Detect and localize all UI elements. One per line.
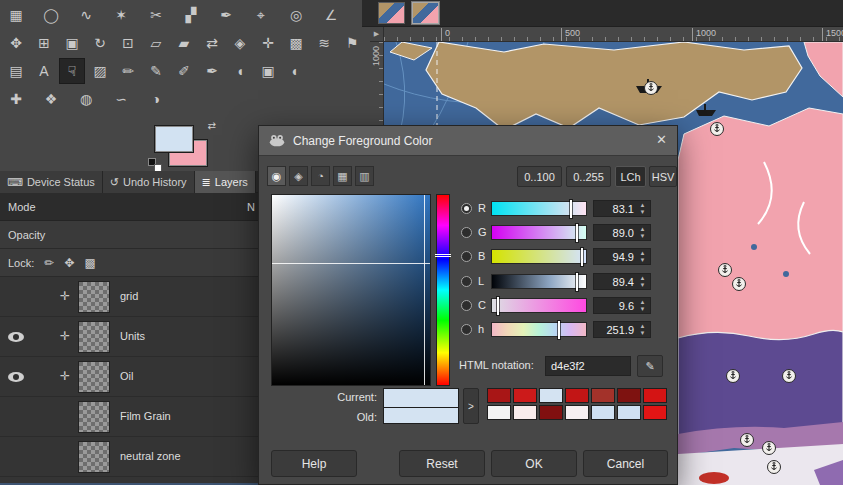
pencil-tool[interactable]: ✏ <box>115 58 141 84</box>
move-tool[interactable]: ✥ <box>3 30 29 56</box>
link-icon[interactable]: ✛ <box>60 369 70 383</box>
spinner-arrows-icon[interactable]: ▲▼ <box>636 249 649 264</box>
paintbrush-tool[interactable]: ✎ <box>143 58 169 84</box>
zoom-tool[interactable]: ◎ <box>283 2 309 28</box>
ruler-corner-button[interactable]: ▶ <box>370 27 384 42</box>
lch-button[interactable]: LCh <box>615 166 646 187</box>
spinner-arrows-icon[interactable]: ▲▼ <box>636 225 649 240</box>
history-swatch[interactable] <box>487 405 511 420</box>
link-icon[interactable]: ✛ <box>60 329 70 343</box>
ok-button[interactable]: OK <box>491 450 577 477</box>
visibility-eye-icon[interactable] <box>8 372 24 382</box>
ink-tool[interactable]: ✒ <box>199 58 225 84</box>
layer-row-grid[interactable]: ✛ grid <box>0 277 258 317</box>
dodge-tool[interactable]: ◑ <box>143 86 169 112</box>
history-swatch[interactable] <box>565 388 589 403</box>
image-tab-thumbnail[interactable] <box>378 2 405 24</box>
channel-h-radio[interactable] <box>461 324 472 335</box>
scale-tool[interactable]: ⊡ <box>115 30 141 56</box>
warp-transform-tool[interactable]: ≋ <box>311 30 337 56</box>
swap-colors-icon[interactable]: ⇄ <box>208 120 216 131</box>
dialog-titlebar[interactable]: Change Foreground Color ✕ <box>259 126 677 156</box>
layer-row-film-grain[interactable]: Film Grain <box>0 397 258 437</box>
smudge-tool-selected[interactable]: ☟ <box>59 58 85 84</box>
crop-tool[interactable]: ▣ <box>59 30 85 56</box>
history-swatch[interactable] <box>539 405 563 420</box>
history-swatch[interactable] <box>591 388 615 403</box>
perspective-clone-tool[interactable]: ❖ <box>38 86 64 112</box>
alignment-tool[interactable]: ⊞ <box>31 30 57 56</box>
lock-position-icon[interactable]: ✥ <box>64 256 74 270</box>
channel-c-slider[interactable] <box>491 298 587 313</box>
history-expand-button[interactable]: > <box>463 388 479 424</box>
watercolor-selector-tab[interactable]: ◈ <box>289 166 308 186</box>
history-swatch[interactable] <box>565 405 589 420</box>
heal-tool[interactable]: ✚ <box>3 86 29 112</box>
tab-device-status[interactable]: ⌨ Device Status <box>0 171 103 193</box>
layer-thumbnail[interactable] <box>78 441 110 473</box>
tab-layers[interactable]: ≣ Layers <box>195 171 256 193</box>
channel-h-slider[interactable] <box>491 322 587 337</box>
range-0-100-button[interactable]: 0..100 <box>517 166 562 187</box>
scales-selector-tab[interactable]: ▥ <box>355 166 374 186</box>
foreground-select-tool[interactable]: ▞ <box>178 2 204 28</box>
gimp-selector-tab[interactable]: ◉ <box>267 166 286 186</box>
airbrush-tool[interactable]: ✐ <box>171 58 197 84</box>
text-tool[interactable]: A <box>31 58 57 84</box>
unified-transform-tool[interactable]: ◈ <box>227 30 253 56</box>
cage-transform-tool[interactable]: ▩ <box>283 30 309 56</box>
channel-c-radio[interactable] <box>461 300 472 311</box>
history-swatch[interactable] <box>617 405 641 420</box>
free-select-tool[interactable]: ∿ <box>73 2 99 28</box>
layer-thumbnail[interactable] <box>78 361 110 393</box>
history-swatch[interactable] <box>513 388 537 403</box>
pick-color-button[interactable]: ✎ <box>637 355 663 377</box>
layer-thumbnail[interactable] <box>78 401 110 433</box>
channel-h-spinbox[interactable]: 251.9 ▲▼ <box>593 321 651 338</box>
html-notation-input[interactable]: d4e3f2 <box>545 356 631 376</box>
history-swatch[interactable] <box>513 405 537 420</box>
blur-sharpen-tool[interactable]: ◍ <box>73 86 99 112</box>
channel-g-spinbox[interactable]: 89.0 ▲▼ <box>593 224 651 241</box>
help-button[interactable]: Help <box>271 450 357 477</box>
palette-selector-tab[interactable]: ▦ <box>333 166 352 186</box>
link-icon[interactable]: ✛ <box>60 289 70 303</box>
range-0-255-button[interactable]: 0..255 <box>566 166 611 187</box>
measure-tool[interactable]: ∠ <box>318 2 344 28</box>
layer-mode-row[interactable]: Mode N <box>0 193 258 221</box>
seamless-clone-tool[interactable]: ⚑ <box>339 30 365 56</box>
fuzzy-select-tool[interactable]: ✶ <box>108 2 134 28</box>
channel-g-slider[interactable] <box>491 225 587 240</box>
cancel-button[interactable]: Cancel <box>583 450 668 477</box>
layer-thumbnail[interactable] <box>78 321 110 353</box>
gradient-tool[interactable]: ▤ <box>3 58 29 84</box>
lock-pixels-icon[interactable]: ✏ <box>44 256 54 270</box>
horizontal-ruler[interactable]: 0 500 1000 1500 <box>384 27 843 42</box>
layer-row-oil[interactable]: ✛ Oil <box>0 357 258 397</box>
history-swatch[interactable] <box>591 405 615 420</box>
channel-l-spinbox[interactable]: 89.4 ▲▼ <box>593 273 651 290</box>
layer-thumbnail[interactable] <box>78 281 110 313</box>
default-colors-icon[interactable] <box>148 158 162 172</box>
channel-r-slider[interactable] <box>491 201 587 216</box>
channel-r-spinbox[interactable]: 83.1 ▲▼ <box>593 200 651 217</box>
flip-tool[interactable]: ⇄ <box>199 30 225 56</box>
rectangle-select-tool[interactable]: ▦ <box>3 2 29 28</box>
perspective-tool[interactable]: ▰ <box>171 30 197 56</box>
rotate-tool[interactable]: ↻ <box>87 30 113 56</box>
visibility-eye-icon[interactable] <box>8 332 24 342</box>
mypaint-brush-tool[interactable]: ◖ <box>227 58 253 84</box>
paths-tool[interactable]: ✒ <box>213 2 239 28</box>
color-picker-tool[interactable]: ⌖ <box>248 2 274 28</box>
channel-b-radio[interactable] <box>461 251 472 262</box>
lock-alpha-icon[interactable]: ▩ <box>84 256 95 270</box>
scissors-select-tool[interactable]: ✂ <box>143 2 169 28</box>
hsv-button[interactable]: HSV <box>649 166 677 187</box>
ellipse-select-tool[interactable]: ◯ <box>38 2 64 28</box>
reset-button[interactable]: Reset <box>399 450 485 477</box>
dodge-burn-tool[interactable]: ◐ <box>283 58 309 84</box>
layer-row-units[interactable]: ✛ Units <box>0 317 258 357</box>
spinner-arrows-icon[interactable]: ▲▼ <box>636 274 649 289</box>
tab-undo-history[interactable]: ↺ Undo History <box>103 171 195 193</box>
channel-l-slider[interactable] <box>491 274 587 289</box>
